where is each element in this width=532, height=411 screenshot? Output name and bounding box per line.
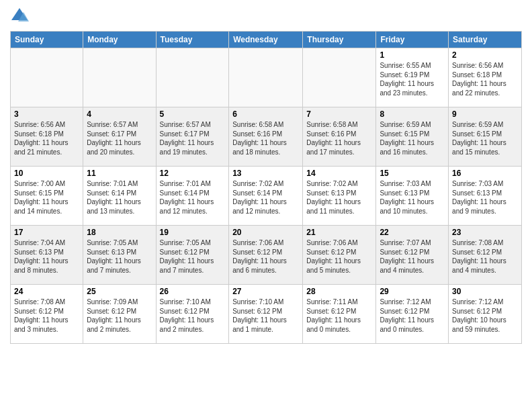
day-number: 6: [232, 109, 299, 119]
day-info: Sunrise: 7:06 AM Sunset: 6:12 PM Dayligh…: [232, 238, 299, 275]
calendar-week-row: 3Sunrise: 6:56 AM Sunset: 6:18 PM Daylig…: [11, 107, 522, 167]
day-info: Sunrise: 7:02 AM Sunset: 6:14 PM Dayligh…: [232, 179, 299, 216]
calendar-day-header: Wednesday: [229, 32, 303, 48]
day-number: 11: [87, 169, 152, 178]
calendar-week-row: 24Sunrise: 7:08 AM Sunset: 6:12 PM Dayli…: [11, 285, 522, 344]
day-info: Sunrise: 6:58 AM Sunset: 6:16 PM Dayligh…: [232, 120, 299, 156]
calendar-day-cell: 7Sunrise: 6:58 AM Sunset: 6:16 PM Daylig…: [303, 107, 376, 167]
day-info: Sunrise: 7:03 AM Sunset: 6:13 PM Dayligh…: [380, 179, 445, 216]
logo: [10, 7, 32, 26]
day-number: 25: [87, 287, 152, 296]
day-info: Sunrise: 7:01 AM Sunset: 6:14 PM Dayligh…: [87, 179, 152, 216]
day-number: 4: [87, 109, 152, 119]
day-info: Sunrise: 7:10 AM Sunset: 6:12 PM Dayligh…: [160, 298, 226, 334]
calendar-day-cell: 14Sunrise: 7:02 AM Sunset: 6:13 PM Dayli…: [303, 167, 376, 226]
calendar-week-row: 10Sunrise: 7:00 AM Sunset: 6:15 PM Dayli…: [11, 167, 522, 226]
day-info: Sunrise: 7:02 AM Sunset: 6:13 PM Dayligh…: [306, 179, 372, 216]
calendar-day-cell: 9Sunrise: 6:59 AM Sunset: 6:15 PM Daylig…: [449, 107, 522, 167]
day-info: Sunrise: 7:05 AM Sunset: 6:12 PM Dayligh…: [160, 238, 226, 275]
calendar-header-row: SundayMondayTuesdayWednesdayThursdayFrid…: [11, 32, 522, 48]
day-info: Sunrise: 7:00 AM Sunset: 6:15 PM Dayligh…: [14, 179, 79, 216]
day-number: 15: [380, 169, 445, 178]
day-number: 12: [160, 169, 226, 178]
day-number: 18: [87, 228, 152, 237]
calendar-day-cell: 15Sunrise: 7:03 AM Sunset: 6:13 PM Dayli…: [376, 167, 449, 226]
day-number: 26: [160, 287, 226, 296]
calendar-day-cell: 27Sunrise: 7:10 AM Sunset: 6:12 PM Dayli…: [229, 285, 303, 344]
calendar-day-cell: [229, 48, 303, 107]
logo-icon: [10, 7, 29, 26]
calendar: SundayMondayTuesdayWednesdayThursdayFrid…: [10, 31, 522, 344]
day-info: Sunrise: 6:57 AM Sunset: 6:17 PM Dayligh…: [160, 120, 226, 156]
calendar-day-cell: 12Sunrise: 7:01 AM Sunset: 6:14 PM Dayli…: [156, 167, 229, 226]
calendar-day-cell: 4Sunrise: 6:57 AM Sunset: 6:17 PM Daylig…: [83, 107, 156, 167]
day-number: 28: [306, 287, 372, 296]
calendar-day-cell: 28Sunrise: 7:11 AM Sunset: 6:12 PM Dayli…: [303, 285, 376, 344]
calendar-day-cell: 23Sunrise: 7:08 AM Sunset: 6:12 PM Dayli…: [449, 226, 522, 285]
day-number: 22: [380, 228, 445, 237]
day-info: Sunrise: 7:05 AM Sunset: 6:13 PM Dayligh…: [87, 238, 152, 275]
calendar-day-cell: 29Sunrise: 7:12 AM Sunset: 6:12 PM Dayli…: [376, 285, 449, 344]
day-number: 10: [14, 169, 79, 178]
calendar-day-cell: 24Sunrise: 7:08 AM Sunset: 6:12 PM Dayli…: [11, 285, 83, 344]
calendar-day-header: Saturday: [449, 32, 522, 48]
day-info: Sunrise: 7:09 AM Sunset: 6:12 PM Dayligh…: [87, 298, 152, 334]
day-info: Sunrise: 6:55 AM Sunset: 6:19 PM Dayligh…: [380, 61, 445, 97]
day-number: 8: [380, 109, 445, 119]
calendar-day-cell: 5Sunrise: 6:57 AM Sunset: 6:17 PM Daylig…: [156, 107, 229, 167]
calendar-day-cell: 21Sunrise: 7:06 AM Sunset: 6:12 PM Dayli…: [303, 226, 376, 285]
calendar-day-cell: 11Sunrise: 7:01 AM Sunset: 6:14 PM Dayli…: [83, 167, 156, 226]
day-info: Sunrise: 6:57 AM Sunset: 6:17 PM Dayligh…: [87, 120, 152, 156]
day-number: 19: [160, 228, 226, 237]
day-number: 20: [232, 228, 299, 237]
day-info: Sunrise: 7:12 AM Sunset: 6:12 PM Dayligh…: [380, 298, 445, 334]
calendar-day-cell: 16Sunrise: 7:03 AM Sunset: 6:13 PM Dayli…: [449, 167, 522, 226]
day-number: 14: [306, 169, 372, 178]
calendar-day-cell: 30Sunrise: 7:12 AM Sunset: 6:12 PM Dayli…: [449, 285, 522, 344]
calendar-day-cell: 17Sunrise: 7:04 AM Sunset: 6:13 PM Dayli…: [11, 226, 83, 285]
day-info: Sunrise: 7:03 AM Sunset: 6:13 PM Dayligh…: [452, 179, 518, 216]
page: SundayMondayTuesdayWednesdayThursdayFrid…: [0, 0, 532, 411]
calendar-day-cell: [83, 48, 156, 107]
day-number: 30: [452, 287, 518, 296]
day-number: 27: [232, 287, 299, 296]
day-number: 29: [380, 287, 445, 296]
day-number: 17: [14, 228, 79, 237]
calendar-day-header: Monday: [83, 32, 156, 48]
calendar-day-header: Tuesday: [156, 32, 229, 48]
calendar-day-cell: [156, 48, 229, 107]
calendar-day-cell: 10Sunrise: 7:00 AM Sunset: 6:15 PM Dayli…: [11, 167, 83, 226]
calendar-day-cell: 20Sunrise: 7:06 AM Sunset: 6:12 PM Dayli…: [229, 226, 303, 285]
day-number: 2: [452, 50, 518, 60]
calendar-day-cell: 8Sunrise: 6:59 AM Sunset: 6:15 PM Daylig…: [376, 107, 449, 167]
calendar-day-cell: 25Sunrise: 7:09 AM Sunset: 6:12 PM Dayli…: [83, 285, 156, 344]
calendar-day-cell: 1Sunrise: 6:55 AM Sunset: 6:19 PM Daylig…: [376, 48, 449, 107]
calendar-day-cell: 19Sunrise: 7:05 AM Sunset: 6:12 PM Dayli…: [156, 226, 229, 285]
day-number: 23: [452, 228, 518, 237]
calendar-day-cell: [303, 48, 376, 107]
day-info: Sunrise: 6:56 AM Sunset: 6:18 PM Dayligh…: [452, 61, 518, 97]
day-info: Sunrise: 7:07 AM Sunset: 6:12 PM Dayligh…: [380, 238, 445, 275]
calendar-day-header: Sunday: [11, 32, 83, 48]
day-number: 9: [452, 109, 518, 119]
calendar-day-cell: 18Sunrise: 7:05 AM Sunset: 6:13 PM Dayli…: [83, 226, 156, 285]
calendar-week-row: 1Sunrise: 6:55 AM Sunset: 6:19 PM Daylig…: [11, 48, 522, 107]
calendar-day-cell: 6Sunrise: 6:58 AM Sunset: 6:16 PM Daylig…: [229, 107, 303, 167]
day-info: Sunrise: 7:01 AM Sunset: 6:14 PM Dayligh…: [160, 179, 226, 216]
calendar-week-row: 17Sunrise: 7:04 AM Sunset: 6:13 PM Dayli…: [11, 226, 522, 285]
day-info: Sunrise: 7:04 AM Sunset: 6:13 PM Dayligh…: [14, 238, 79, 275]
day-number: 13: [232, 169, 299, 178]
day-number: 16: [452, 169, 518, 178]
header: [10, 7, 522, 26]
day-number: 5: [160, 109, 226, 119]
day-info: Sunrise: 6:59 AM Sunset: 6:15 PM Dayligh…: [380, 120, 445, 156]
day-info: Sunrise: 7:08 AM Sunset: 6:12 PM Dayligh…: [14, 298, 79, 334]
calendar-day-cell: [11, 48, 83, 107]
calendar-day-header: Thursday: [303, 32, 376, 48]
day-info: Sunrise: 7:11 AM Sunset: 6:12 PM Dayligh…: [306, 298, 372, 334]
day-info: Sunrise: 6:58 AM Sunset: 6:16 PM Dayligh…: [306, 120, 372, 156]
day-number: 1: [380, 50, 445, 60]
day-info: Sunrise: 7:12 AM Sunset: 6:12 PM Dayligh…: [452, 298, 518, 334]
day-number: 24: [14, 287, 79, 296]
calendar-day-cell: 26Sunrise: 7:10 AM Sunset: 6:12 PM Dayli…: [156, 285, 229, 344]
